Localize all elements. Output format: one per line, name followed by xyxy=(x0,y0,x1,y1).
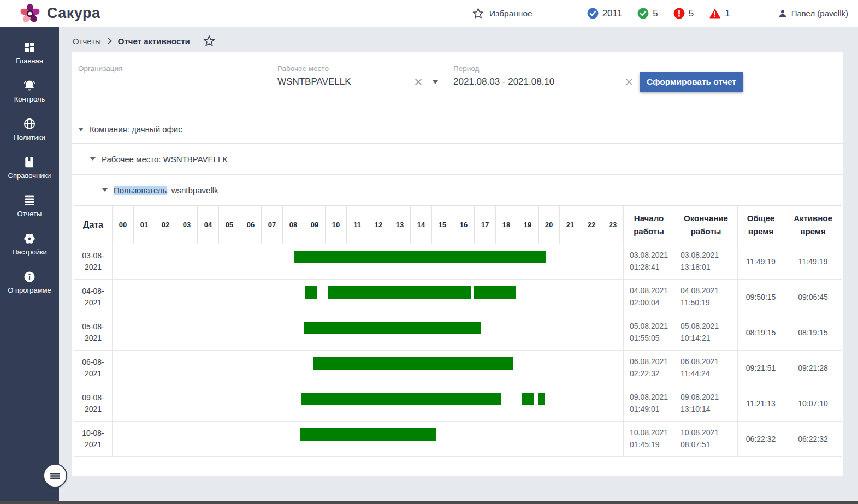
sidebar-item-reports[interactable]: Отчеты xyxy=(0,187,59,225)
exclamation-circle-icon xyxy=(673,8,685,19)
sidebar-item-directories[interactable]: Справочники xyxy=(0,149,59,187)
user-menu[interactable]: Павел (pavellk) xyxy=(778,9,848,18)
hour-column-header: 12 xyxy=(368,206,389,244)
sidebar-item-policies[interactable]: Политики xyxy=(0,110,59,149)
group-value: : WSNTBPAVELLK xyxy=(158,155,228,164)
workstation-input[interactable]: WSNTBPAVELLK xyxy=(277,73,439,91)
dashboard-icon xyxy=(23,41,36,54)
work-start: 05.08.202101:55:05 xyxy=(624,315,674,350)
hour-column-header: 03 xyxy=(176,206,198,244)
activity-timeline xyxy=(113,386,624,421)
activity-bar xyxy=(474,286,516,299)
favorites-button[interactable]: Избранное xyxy=(472,7,532,20)
workstation-dropdown-icon[interactable] xyxy=(433,80,438,84)
organization-field: Организация xyxy=(78,64,259,91)
counter-value: 2011 xyxy=(602,8,623,19)
activity-timeline xyxy=(113,422,624,456)
organization-input[interactable] xyxy=(78,73,259,91)
hour-column-header: 16 xyxy=(453,206,475,244)
chevron-right-icon xyxy=(107,37,112,45)
check-circle-icon xyxy=(637,8,649,19)
user-name: Павел (pavellk) xyxy=(791,9,848,18)
hour-column-header: 10 xyxy=(326,206,347,244)
group-row-2[interactable]: Пользователь: wsntbpavellk xyxy=(72,174,843,205)
period-input[interactable]: 2021.08.03 - 2021.08.10 xyxy=(453,73,634,91)
sidebar-item-control[interactable]: Контроль xyxy=(0,72,59,110)
info-icon xyxy=(23,270,36,283)
report-card: Организация Рабочее место WSNTBPAVELLK xyxy=(72,52,843,476)
counter-warnings[interactable]: 1 xyxy=(709,8,730,19)
table-row: 03-08-2021 03.08.202101:28:41 03.08.2021… xyxy=(74,244,842,280)
activity-bar xyxy=(294,251,546,263)
sidebar-toggle-button[interactable] xyxy=(43,464,67,488)
hour-column-header: 21 xyxy=(560,206,581,244)
sidebar-item-home[interactable]: Главная xyxy=(0,34,59,72)
work-start: 03.08.202101:28:41 xyxy=(624,244,674,279)
row-date: 09-08-2021 xyxy=(74,386,113,421)
hour-column-header: 20 xyxy=(539,206,560,244)
clear-period-icon[interactable] xyxy=(624,77,634,87)
group-row-0[interactable]: Компания: дачный офис xyxy=(72,115,843,143)
counter-checked[interactable]: 2011 xyxy=(587,8,623,19)
work-end: 09.08.202113:10:14 xyxy=(674,386,738,421)
table-row: 10-08-2021 10.08.202101:45:19 10.08.2021… xyxy=(74,422,842,457)
hour-column-header: 13 xyxy=(389,206,411,244)
group-value: : wsntbpavellk xyxy=(167,186,218,195)
group-rows: Компания: дачный офисРабочее место: WSNT… xyxy=(72,115,843,205)
top-bar-right: Избранное 2011551 Павел (pavellk) xyxy=(472,7,848,20)
globe-icon xyxy=(23,117,36,131)
work-start: 06.08.202102:22:32 xyxy=(624,351,674,386)
window-bottom-edge xyxy=(0,501,858,504)
counter-success[interactable]: 5 xyxy=(637,8,658,19)
hamburger-icon xyxy=(49,469,62,482)
period-field: Период 2021.08.03 - 2021.08.10 xyxy=(453,64,634,91)
active-column-header: Активное время xyxy=(784,206,842,244)
activity-bar xyxy=(301,393,501,405)
collapse-arrow-icon[interactable] xyxy=(102,188,108,192)
sidebar-item-label: Справочники xyxy=(8,171,51,180)
hour-column-header: 09 xyxy=(304,206,326,244)
counter-value: 5 xyxy=(689,8,694,19)
generate-report-button[interactable]: Сформировать отчет xyxy=(640,72,743,92)
end-column-header: Окончание работы xyxy=(674,206,738,244)
hour-column-header: 05 xyxy=(219,206,240,244)
clear-workstation-icon[interactable] xyxy=(413,77,423,87)
activity-bar xyxy=(305,286,317,299)
group-value: : дачный офис xyxy=(127,124,182,134)
breadcrumb-parent[interactable]: Отчеты xyxy=(73,37,101,46)
app-title: Сакура xyxy=(47,5,100,22)
sidebar-item-label: Контроль xyxy=(14,95,45,103)
active-time: 08:19:15 xyxy=(784,315,842,350)
hour-column-header: 22 xyxy=(581,206,602,244)
activity-timeline xyxy=(113,315,624,350)
app-logo: Сакура xyxy=(19,2,100,25)
list-icon xyxy=(23,194,36,207)
total-time: 08:19:15 xyxy=(738,315,784,350)
organization-label: Организация xyxy=(78,64,259,73)
collapse-arrow-icon[interactable] xyxy=(78,128,84,131)
hour-column-header: 11 xyxy=(347,206,368,244)
activity-table: Дата 00010203040506070809101112131415161… xyxy=(74,205,842,457)
favorite-page-star-icon[interactable] xyxy=(203,34,216,48)
hour-column-header: 19 xyxy=(517,206,539,244)
hour-column-header: 02 xyxy=(155,206,176,244)
work-end: 06.08.202111:44:24 xyxy=(674,351,738,386)
activity-bar xyxy=(300,428,436,441)
row-date: 06-08-2021 xyxy=(74,351,113,386)
top-bar: Сакура Избранное 2011551 Павел (pavellk) xyxy=(0,0,858,27)
table-body: 03-08-2021 03.08.202101:28:41 03.08.2021… xyxy=(74,244,842,457)
user-icon xyxy=(778,9,787,18)
work-end: 05.08.202110:14:21 xyxy=(674,315,738,350)
counter-errors[interactable]: 5 xyxy=(673,8,694,19)
sidebar-item-settings[interactable]: Настройки xyxy=(0,225,59,263)
bell-icon xyxy=(23,79,36,92)
active-time: 09:21:28 xyxy=(784,351,842,386)
collapse-arrow-icon[interactable] xyxy=(90,157,96,161)
work-end: 03.08.202113:18:01 xyxy=(674,244,738,279)
activity-bar xyxy=(538,393,545,405)
sidebar-item-about[interactable]: О программе xyxy=(0,263,59,301)
activity-bar xyxy=(304,322,481,334)
table-header: Дата 00010203040506070809101112131415161… xyxy=(74,205,842,244)
group-row-1[interactable]: Рабочее место: WSNTBPAVELLK xyxy=(72,143,843,174)
workstation-label: Рабочее место xyxy=(277,64,439,73)
